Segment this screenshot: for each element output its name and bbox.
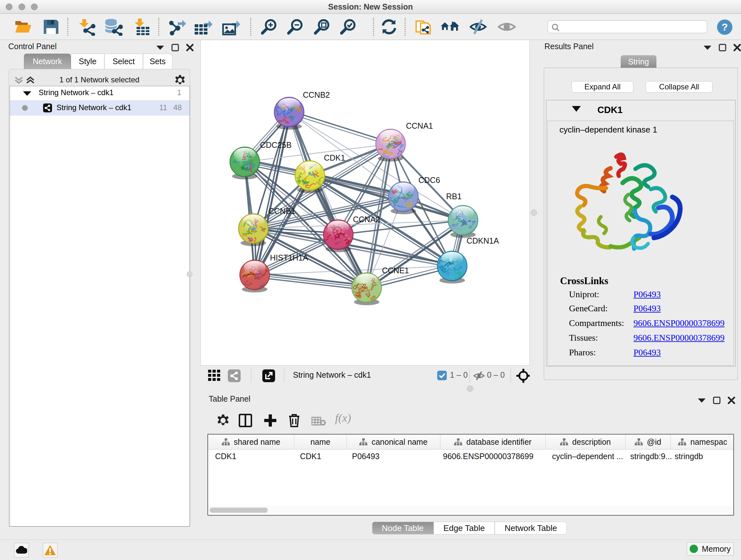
svg-text:RB1: RB1 <box>446 192 462 201</box>
svg-text:CCNB2: CCNB2 <box>303 90 330 99</box>
svg-text:CCNE1: CCNE1 <box>382 266 409 275</box>
svg-text:CDC6: CDC6 <box>418 176 440 185</box>
svg-text:CCNA2: CCNA2 <box>353 215 380 224</box>
svg-text:CDC25B: CDC25B <box>260 140 292 149</box>
svg-text:CDK1: CDK1 <box>324 153 345 162</box>
svg-text:CCNB1: CCNB1 <box>268 206 295 215</box>
svg-text:?: ? <box>722 21 728 33</box>
svg-text:CDKN1A: CDKN1A <box>467 236 499 245</box>
svg-text:HIST1H1A: HIST1H1A <box>270 253 308 262</box>
svg-text:CCNA1: CCNA1 <box>406 121 433 130</box>
